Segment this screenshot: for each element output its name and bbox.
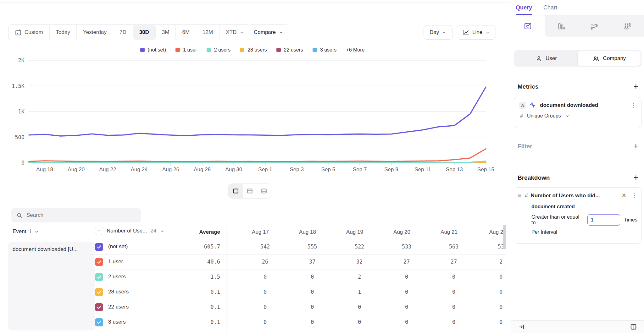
range-button-30d[interactable]: 30D <box>133 25 156 40</box>
date-column-header[interactable]: Aug 21 <box>425 229 473 235</box>
legend-item[interactable]: 28 users <box>240 47 267 53</box>
chart-only-view-button[interactable] <box>243 184 257 198</box>
row-values: 26373227272 <box>226 259 507 265</box>
range-label: 12M <box>203 29 213 35</box>
row-checkbox[interactable] <box>95 288 103 296</box>
scope-user[interactable]: User <box>515 51 578 66</box>
table-only-view-icon <box>260 188 268 194</box>
legend-item[interactable]: 1 user <box>175 47 197 53</box>
table-row[interactable]: (not set)605.754255552253356353 <box>0 239 507 254</box>
table-row[interactable]: 2 users1.5002000 <box>0 270 507 285</box>
row-label: (not set) <box>108 243 128 250</box>
cell-value: 0 <box>477 319 507 325</box>
row-checkbox[interactable] <box>95 258 103 266</box>
event-column-header[interactable]: Event 1 <box>13 228 39 235</box>
panel-bottom-bar <box>511 320 644 333</box>
add-breakdown-button[interactable]: + <box>633 173 638 182</box>
range-button-7d[interactable]: 7D <box>113 25 133 40</box>
cell-value: 0 <box>289 274 336 280</box>
times-input[interactable] <box>587 214 620 226</box>
table-row[interactable]: 22 users0.1000000 <box>0 300 507 315</box>
legend-item[interactable]: 3 users <box>313 47 336 53</box>
panel-tab-chart[interactable]: Chart <box>543 0 557 15</box>
legend-item[interactable]: 2 users <box>207 47 230 53</box>
event-header-label: Event <box>13 228 26 235</box>
legend-item[interactable]: (not set) <box>140 47 166 53</box>
cell-value: 555 <box>289 243 336 250</box>
average-column-header[interactable]: Average <box>170 229 220 235</box>
date-column-header[interactable]: Aug 18 <box>284 229 331 235</box>
interval-button[interactable]: Day <box>424 25 452 40</box>
row-checkbox[interactable] <box>95 318 103 326</box>
table-only-view-button[interactable] <box>257 184 271 198</box>
cell-value: 0 <box>383 289 430 295</box>
table-row[interactable]: 3 users0.1000000 <box>0 315 507 330</box>
table-scrollbar[interactable] <box>503 225 506 249</box>
range-button-6m[interactable]: 6M <box>176 25 196 40</box>
date-column-header[interactable]: Aug 17 <box>237 229 284 235</box>
add-filter-button[interactable]: + <box>633 142 638 150</box>
row-average: 0.1 <box>170 304 220 310</box>
measure-dropdown[interactable]: # Unique Groups <box>519 113 637 119</box>
row-average: 0.1 <box>170 319 220 325</box>
panel-tab-query[interactable]: Query <box>516 0 532 15</box>
split-panel-button[interactable] <box>630 323 637 330</box>
row-checkbox[interactable] <box>95 243 103 251</box>
cell-value: 32 <box>336 259 383 265</box>
search-input[interactable] <box>26 212 130 218</box>
range-button-12m[interactable]: 12M <box>196 25 219 40</box>
scope-company[interactable]: Company <box>578 51 641 66</box>
legend-more[interactable]: +6 More <box>346 47 364 53</box>
svg-text:Sep 1: Sep 1 <box>258 166 272 172</box>
scatter-chart-tab[interactable] <box>611 15 644 37</box>
legend-swatch <box>207 48 211 52</box>
range-button-xtd[interactable]: XTD <box>219 25 250 40</box>
breakdown-event-name[interactable]: document created <box>517 204 637 210</box>
user-icon <box>536 55 542 62</box>
split-view-button[interactable] <box>229 184 243 198</box>
scope-label: User <box>546 55 557 62</box>
range-label: Today <box>56 29 70 35</box>
bar-chart-icon <box>557 22 565 30</box>
range-button-custom[interactable]: Custom <box>8 25 50 40</box>
drag-handle-icon[interactable] <box>517 193 522 198</box>
date-column-header[interactable]: Aug 20 <box>378 229 425 235</box>
date-column-header[interactable]: Aug 2 <box>473 229 507 235</box>
line-chart-icon <box>524 22 532 30</box>
select-all-checkbox[interactable] <box>95 227 103 235</box>
range-button-3m[interactable]: 3M <box>156 25 176 40</box>
range-button-today[interactable]: Today <box>50 25 77 40</box>
metric-more-button[interactable]: ⋮ <box>631 102 637 108</box>
add-metric-button[interactable]: + <box>633 82 638 91</box>
bar-chart-tab[interactable] <box>545 15 578 37</box>
cell-value: 563 <box>430 243 477 250</box>
legend-item[interactable]: 22 users <box>276 47 303 53</box>
row-checkbox[interactable] <box>95 273 103 281</box>
row-average: 1.5 <box>170 274 220 280</box>
line-chart-tab[interactable] <box>511 15 545 37</box>
cell-value: 0 <box>430 319 477 325</box>
chart-type-label: Line <box>472 29 482 35</box>
cell-value: 0 <box>242 319 289 325</box>
collapse-panel-button[interactable] <box>518 324 525 330</box>
row-average: 40.6 <box>170 259 220 265</box>
chart-type-button[interactable]: Line <box>457 25 496 40</box>
row-values: 002000 <box>226 274 507 280</box>
metric-card[interactable]: A document downloaded ⋮ # Unique Groups <box>514 97 641 128</box>
breakdown-more-button[interactable]: ⋮ <box>631 193 637 199</box>
close-icon[interactable]: × <box>622 192 626 199</box>
company-icon <box>592 55 600 62</box>
compare-button[interactable]: Compare <box>248 25 289 40</box>
search-icon <box>16 212 22 218</box>
flow-chart-tab[interactable] <box>578 15 611 37</box>
row-label: 3 users <box>108 319 126 325</box>
range-label: Yesterday <box>83 29 107 35</box>
range-button-yesterday[interactable]: Yesterday <box>77 25 113 40</box>
row-average: 605.7 <box>170 243 220 250</box>
line-chart[interactable]: 2K1.5K1K5000Aug 18Aug 20Aug 22Aug 24Aug … <box>9 57 495 174</box>
range-label: 7D <box>119 29 126 35</box>
table-row[interactable]: 1 user40.626373227272 <box>0 254 507 270</box>
row-checkbox[interactable] <box>95 303 103 311</box>
table-row[interactable]: 28 users0.1001000 <box>0 285 507 300</box>
date-column-header[interactable]: Aug 19 <box>331 229 378 235</box>
